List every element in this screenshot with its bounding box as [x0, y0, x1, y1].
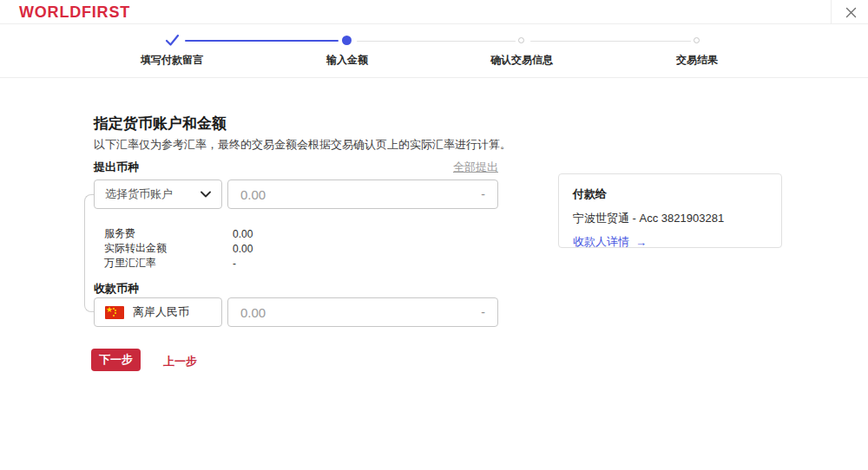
close-icon — [845, 7, 857, 18]
fee-label: 实际转出金额 — [104, 241, 233, 256]
step-active-dot — [342, 36, 352, 45]
payee-card: 付款给 宁波世贸通 - Acc 3821903281 收款人详情 → — [558, 173, 782, 248]
source-currency-label: 提出币种 — [94, 160, 139, 175]
target-amount-field: - — [227, 297, 498, 327]
progress-stepper: 填写付款留言 输入金额 确认交易信息 交易结果 — [0, 24, 868, 78]
payee-account-text: 宁波世贸通 - Acc 3821903281 — [573, 211, 767, 226]
target-currency-select[interactable]: ★ 离岸人民币 — [94, 297, 222, 327]
fee-summary: 服务费 0.00 实际转出金额 0.00 万里汇汇率 - — [104, 226, 365, 271]
top-bar: WORLDFIRST — [0, 0, 868, 24]
fee-row-worldfirst-rate: 万里汇汇率 - — [104, 256, 365, 271]
topbar-divider — [831, 0, 832, 23]
fee-value: - — [233, 258, 236, 270]
source-amount-field: - — [227, 180, 498, 209]
worldfirst-payment-window: WORLDFIRST 填写付款留言 输入金额 确认交易信息 交易结果 指定货币账… — [0, 0, 868, 470]
fee-label: 万里汇汇率 — [104, 256, 233, 271]
close-button[interactable] — [840, 3, 861, 21]
source-account-select[interactable]: 选择货币账户 — [94, 180, 222, 209]
step-label-confirm-transaction: 确认交易信息 — [490, 53, 553, 68]
next-step-button[interactable]: 下一步 — [91, 349, 141, 371]
step-connector-pending — [530, 41, 691, 42]
step-connector-done — [185, 40, 339, 42]
step-done-check-icon — [165, 34, 180, 47]
source-amount-input[interactable] — [240, 187, 474, 202]
fee-row-service-fee: 服务费 0.00 — [104, 226, 365, 241]
target-currency-label: 收款币种 — [94, 281, 139, 297]
page-title: 指定货币账户和金额 — [94, 114, 227, 134]
step-label-enter-amount[interactable]: 输入金额 — [326, 53, 368, 68]
currency-swap-connector — [84, 194, 94, 312]
china-flag-icon: ★ — [105, 306, 124, 319]
step-pending-circle — [694, 37, 700, 43]
chevron-down-icon — [201, 191, 211, 198]
worldfirst-logo[interactable]: WORLDFIRST — [19, 3, 130, 22]
payee-details-link[interactable]: 收款人详情 → — [573, 234, 647, 250]
target-amount-suffix: - — [481, 305, 485, 319]
payee-card-title: 付款给 — [573, 186, 767, 202]
page-subtitle: 以下汇率仅为参考汇率，最终的交易金额会根据交易确认页上的实际汇率进行计算。 — [94, 137, 511, 153]
source-account-select-placeholder: 选择货币账户 — [105, 186, 201, 202]
fee-label: 服务费 — [104, 226, 233, 241]
source-amount-suffix: - — [481, 187, 485, 201]
target-currency-value: 离岸人民币 — [133, 304, 211, 320]
fee-row-actual-transfer-amount: 实际转出金额 0.00 — [104, 241, 365, 256]
fee-value: 0.00 — [233, 228, 253, 240]
arrow-right-icon: → — [635, 236, 647, 249]
step-pending-circle — [518, 37, 524, 43]
step-label-payment-note[interactable]: 填写付款留言 — [141, 53, 203, 68]
fee-value: 0.00 — [233, 243, 253, 255]
payee-details-link-label: 收款人详情 — [573, 234, 629, 250]
withdraw-all-link[interactable]: 全部提出 — [453, 160, 498, 175]
previous-step-button[interactable]: 上一步 — [163, 354, 197, 369]
step-connector-pending — [357, 41, 516, 42]
step-label-transaction-result: 交易结果 — [676, 53, 718, 68]
target-amount-input[interactable] — [240, 305, 474, 320]
